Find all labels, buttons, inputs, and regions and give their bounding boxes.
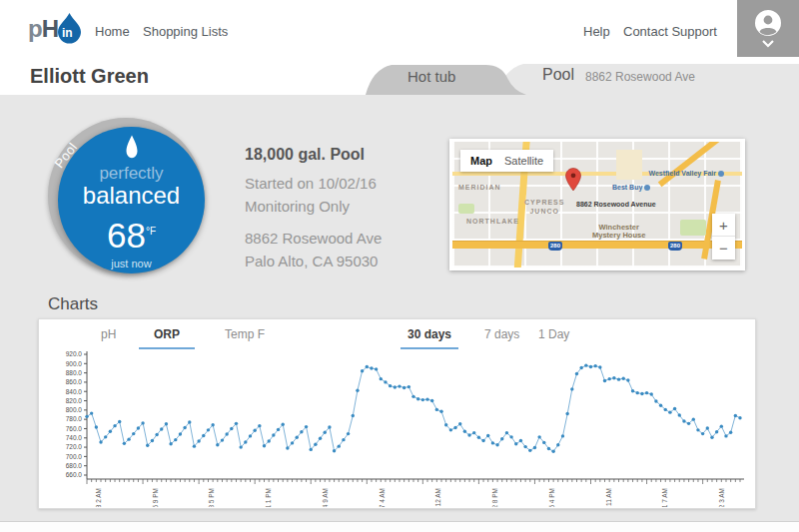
tab-range-7-days[interactable]: 7 days [484, 327, 519, 347]
satellite-button[interactable]: Satellite [502, 155, 553, 167]
data-point [421, 398, 424, 401]
tab-metric-ph[interactable]: pH [101, 327, 116, 347]
x-tick-label: 10/3 2 AM [95, 488, 102, 507]
data-point [467, 433, 470, 436]
water-drop-icon: in [56, 12, 83, 44]
tab-metric-temp[interactable]: Temp F [225, 327, 265, 347]
data-point [291, 441, 294, 444]
data-point [366, 365, 369, 368]
data-point [296, 436, 299, 439]
data-point [319, 437, 322, 440]
data-point [127, 437, 130, 440]
data-point [533, 446, 536, 449]
data-point [472, 431, 475, 434]
data-point [720, 424, 723, 427]
data-point [132, 432, 135, 435]
tab-range-1-day[interactable]: 1 Day [538, 327, 569, 347]
data-point [519, 439, 522, 442]
pool-size-title: 18,000 gal. Pool [245, 146, 382, 164]
data-point [710, 436, 713, 439]
x-tick-label: 10/31 7 AM [661, 488, 668, 507]
data-point [216, 443, 219, 446]
data-point [282, 423, 285, 426]
data-point [370, 366, 373, 369]
data-point [551, 450, 554, 453]
data-point [514, 442, 517, 445]
tab-metric-orp[interactable]: ORP [139, 327, 195, 349]
tab-range-30-days[interactable]: 30 days [400, 327, 458, 349]
data-point [197, 439, 200, 442]
zoom-out-button[interactable]: − [712, 237, 735, 260]
data-point [151, 439, 154, 442]
nav-home[interactable]: Home [95, 24, 130, 39]
data-point [570, 387, 573, 390]
data-point [230, 427, 233, 430]
data-point [449, 428, 452, 431]
data-point [113, 424, 116, 427]
nav-contact-support[interactable]: Contact Support [623, 24, 717, 39]
tab-pool[interactable]: Pool [542, 66, 574, 84]
zoom-in-button[interactable]: + [712, 214, 735, 237]
drop-icon [126, 135, 138, 159]
data-point [589, 365, 592, 368]
map-button[interactable]: Map [460, 155, 502, 167]
data-point [384, 380, 387, 383]
status-line2: balanced [58, 183, 205, 209]
data-point [701, 432, 704, 435]
map-canvas[interactable]: MERIDIAN NORTHLAKE CYPRESS JUNCO Westfie… [452, 142, 742, 267]
interstate-shield: 280 [548, 242, 562, 251]
data-point [645, 391, 648, 394]
data-point [155, 433, 158, 436]
map-zoom-control: + − [712, 214, 735, 260]
data-point [542, 441, 545, 444]
data-point [277, 428, 280, 431]
orp-line-chart[interactable]: 920.0900.0880.0860.0840.0820.0800.0780.0… [47, 347, 749, 507]
data-point [90, 411, 93, 414]
x-tick-label: 10/25 4 PM [548, 488, 555, 507]
data-point [398, 384, 400, 387]
interstate-shield: 280 [668, 242, 682, 251]
data-point [692, 417, 695, 420]
data-point [444, 423, 447, 426]
y-tick-label: 700.0 [66, 453, 83, 460]
page-title: Elliott Green [30, 65, 149, 88]
data-point [636, 391, 639, 394]
map-freeway [452, 241, 742, 249]
data-point [109, 430, 112, 433]
tab-hot-tub[interactable]: Hot tub [407, 68, 455, 85]
map-pin-icon[interactable] [565, 168, 581, 192]
pool-mode: Monitoring Only [245, 195, 382, 218]
data-point [244, 440, 247, 443]
x-tick-label: 10/11 1 PM [265, 488, 272, 507]
map-building [616, 150, 642, 180]
y-tick-label: 800.0 [66, 406, 83, 413]
data-point [267, 439, 270, 442]
data-point [500, 437, 503, 440]
data-point [342, 438, 345, 441]
data-point [416, 397, 419, 400]
data-point [389, 384, 392, 387]
y-tick-label: 740.0 [66, 434, 83, 441]
map-park [680, 220, 706, 236]
temperature-unit: °F [146, 226, 156, 237]
data-point [561, 434, 564, 437]
logo-text: pH [28, 14, 58, 44]
data-point [324, 430, 327, 433]
phin-logo[interactable]: pH in [28, 12, 83, 44]
x-tick-label: 10/14 9 AM [322, 488, 329, 507]
nav-help[interactable]: Help [583, 24, 610, 39]
data-point [738, 416, 741, 419]
nav-shopping-lists[interactable]: Shopping Lists [143, 24, 228, 39]
map-area-northlake: NORTHLAKE [466, 218, 519, 225]
data-point [221, 438, 224, 441]
data-point [608, 377, 611, 380]
account-menu-button[interactable] [737, 0, 799, 57]
map-marker-label: 8862 Rosewood Avenue [576, 201, 656, 208]
map-area-meridian: MERIDIAN [458, 184, 501, 191]
data-point [202, 434, 205, 437]
data-point [664, 408, 667, 411]
water-status-gauge[interactable]: perfectly balanced 68°F just now [58, 127, 205, 273]
temperature-value: 68°F [58, 214, 205, 254]
x-tick-label: 10/8 5 PM [208, 488, 215, 507]
data-point [333, 449, 336, 452]
